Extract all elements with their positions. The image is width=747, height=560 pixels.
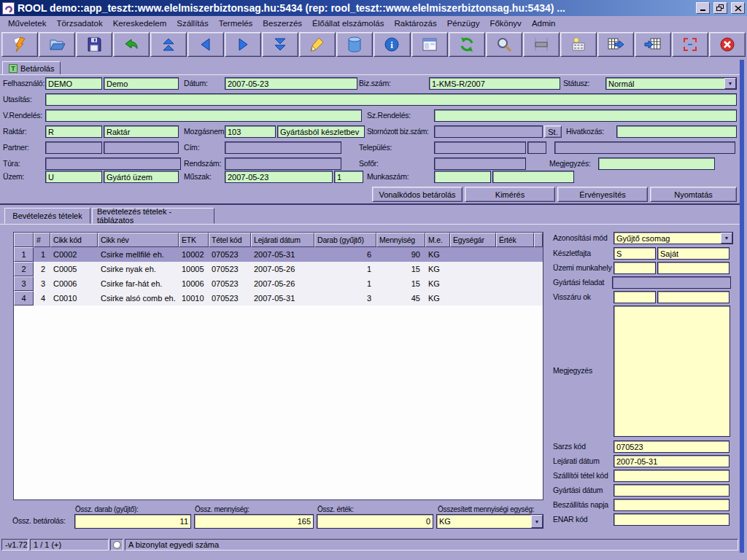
toolbar-first-record-button[interactable] <box>150 32 187 57</box>
megjegyzes-textarea[interactable] <box>614 306 730 437</box>
utasitas-input[interactable] <box>45 93 737 106</box>
radio-button[interactable] <box>113 541 121 549</box>
restore-button[interactable] <box>713 2 727 14</box>
munkaszam-code-input[interactable] <box>434 171 491 183</box>
osszesitett-egyseg-select[interactable]: KG ▼ <box>436 514 543 529</box>
toolbar-lightning-button[interactable] <box>1 32 38 57</box>
munkaszam-name-input[interactable] <box>492 171 574 183</box>
v-rendeles-input[interactable] <box>45 109 362 122</box>
toolbar-undo-button[interactable] <box>113 32 150 57</box>
toolbar-save-button[interactable] <box>76 32 112 57</box>
column-header-7[interactable]: Mennyiség <box>376 233 425 247</box>
nyomtatas-button[interactable]: Nyomtatás <box>650 187 737 202</box>
st-button[interactable]: St. <box>544 125 562 138</box>
menu-item-10[interactable]: Admin <box>527 18 561 29</box>
row-selector[interactable]: 4 <box>14 291 34 306</box>
column-header-4[interactable]: Tétel kód <box>209 233 251 247</box>
toolbar-database-button[interactable] <box>336 32 373 57</box>
table-row[interactable]: 33C0006Csirke far-hát eh.100060705232007… <box>14 276 543 291</box>
column-header-2[interactable]: Cikk név <box>98 233 179 247</box>
toolbar-next-record-button[interactable] <box>225 32 261 57</box>
column-header-5[interactable]: Lejárati dátum <box>251 233 314 247</box>
menu-item-7[interactable]: Raktározás <box>389 18 441 29</box>
felhasznalo-code-input[interactable] <box>45 77 102 90</box>
keszletfajta-code-input[interactable] <box>614 247 656 260</box>
tab-bevetelezes-tetelek[interactable]: Bevételezés tételek <box>4 208 90 224</box>
toolbar-open-folder-button[interactable] <box>39 32 75 57</box>
raktar-code-input[interactable] <box>45 125 102 138</box>
table-row[interactable]: 44C0010Csirke alsó comb eh.1001007052320… <box>14 291 543 306</box>
table-row[interactable]: 11C0002Csirke mellfilé eh.10002070523200… <box>14 247 543 262</box>
toolbar-info-button[interactable]: i <box>374 32 410 57</box>
menu-item-0[interactable]: Műveletek <box>3 18 51 29</box>
menu-item-3[interactable]: Szállítás <box>171 18 213 29</box>
toolbar-refresh-button[interactable] <box>449 32 485 57</box>
tab-bevetelezes-tetelek-tablazatos[interactable]: Bevételezés tételek - táblázatos <box>92 208 214 224</box>
toolbar-prev-record-button[interactable] <box>187 32 224 57</box>
table-row[interactable]: 22C0005Csirke nyak eh.100050705232007-05… <box>14 262 543 276</box>
lejarati-datum-input[interactable] <box>614 455 729 467</box>
statusz-select[interactable]: Normál ▼ <box>605 77 737 90</box>
raktar-name-input[interactable] <box>104 125 179 138</box>
column-header-8[interactable]: M.e. <box>425 233 450 247</box>
menu-item-2[interactable]: Kereskedelem <box>108 18 172 29</box>
mozgasnem-code-input[interactable] <box>225 125 276 138</box>
toolbar-import-table-button[interactable] <box>635 32 671 57</box>
column-header-0[interactable]: # <box>34 233 50 247</box>
uzem-code-input[interactable] <box>45 171 102 183</box>
menu-item-9[interactable]: Főkönyv <box>484 18 526 29</box>
beszallitas-napja-input[interactable] <box>614 499 729 511</box>
uzemi-munkahely-code-input[interactable] <box>614 262 656 274</box>
toolbar-selection-button[interactable] <box>672 32 708 57</box>
toolbar-form-view-button[interactable] <box>411 32 448 57</box>
column-header-1[interactable]: Cikk kód <box>50 233 98 247</box>
menu-item-1[interactable]: Törzsadatok <box>51 18 107 29</box>
datum-input[interactable] <box>225 77 357 90</box>
toolbar-close-button[interactable] <box>709 32 746 57</box>
vonalkodos-betarolas-button[interactable]: Vonalkódos betárolás <box>372 187 462 202</box>
keszletfajta-name-input[interactable] <box>657 247 729 260</box>
muszak-shift-input[interactable] <box>334 171 363 183</box>
sarzs-kod-input[interactable] <box>614 440 729 453</box>
azonositasi-mod-select[interactable]: Gyűjtő csomag ▼ <box>614 232 733 244</box>
column-header-3[interactable]: ETK <box>179 233 209 247</box>
chevron-down-icon[interactable]: ▼ <box>531 515 543 528</box>
close-window-button[interactable] <box>731 2 745 14</box>
column-header-10[interactable]: Érték <box>496 233 534 247</box>
chevron-down-icon[interactable]: ▼ <box>721 233 732 244</box>
row-selector[interactable]: 1 <box>14 247 34 262</box>
toolbar-calculator-button[interactable] <box>560 32 597 57</box>
sz-rendeles-input[interactable] <box>434 109 737 122</box>
chevron-down-icon[interactable]: ▼ <box>724 78 736 89</box>
row-selector[interactable]: 2 <box>14 262 34 276</box>
toolbar-export-table-button[interactable] <box>597 32 634 57</box>
ervenyesites-button[interactable]: Érvényesítés <box>557 187 648 202</box>
enar-kod-input[interactable] <box>614 513 729 526</box>
kimeres-button[interactable]: Kimérés <box>465 187 555 202</box>
column-header-9[interactable]: Egységár <box>450 233 496 247</box>
uzemi-munkahely-name-input[interactable] <box>657 262 729 274</box>
menu-item-4[interactable]: Termelés <box>214 18 258 29</box>
toolbar-search-button[interactable] <box>486 32 522 57</box>
tab-betarolas[interactable]: T Betárolás <box>2 61 61 75</box>
toolbar-edit-button[interactable] <box>299 32 336 57</box>
uzem-name-input[interactable] <box>104 171 179 183</box>
mozgasnem-name-input[interactable] <box>277 125 365 138</box>
menu-item-8[interactable]: Pénzügy <box>442 18 485 29</box>
row-selector[interactable]: 3 <box>14 276 34 291</box>
minimize-button[interactable] <box>696 2 710 14</box>
column-header-6[interactable]: Darab (gyűjtő) <box>314 233 376 247</box>
menu-item-5[interactable]: Beszerzés <box>258 18 307 29</box>
gyartasi-datum-input[interactable] <box>614 484 729 497</box>
menu-item-6[interactable]: Élőállat elszámolás <box>307 18 389 29</box>
szallitoi-tetel-kod-input[interactable] <box>614 470 729 482</box>
hivatkozas-input[interactable] <box>616 125 737 138</box>
visszaru-ok-code-input[interactable] <box>614 291 656 303</box>
megjegyzes-input[interactable] <box>598 158 715 170</box>
bizszam-input[interactable] <box>429 77 560 90</box>
toolbar-filter-button[interactable] <box>523 32 560 57</box>
muszak-date-input[interactable] <box>225 171 333 183</box>
felhasznalo-name-input[interactable] <box>104 77 179 90</box>
toolbar-last-record-button[interactable] <box>262 32 298 57</box>
visszaru-ok-name-input[interactable] <box>657 291 729 303</box>
